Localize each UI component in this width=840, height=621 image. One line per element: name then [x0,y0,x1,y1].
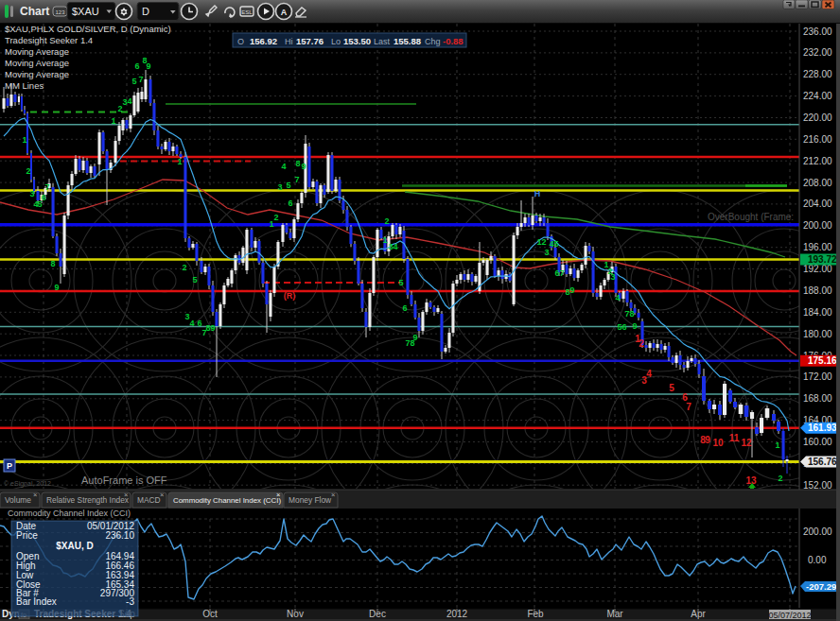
svg-text:7: 7 [294,175,299,184]
svg-text:196.00: 196.00 [803,242,832,252]
svg-text:232.00: 232.00 [803,47,832,58]
svg-text:5: 5 [131,77,136,86]
svg-text:152.00: 152.00 [803,480,832,491]
svg-text:208.00: 208.00 [803,178,832,188]
svg-text:6: 6 [197,319,201,328]
svg-text:0.00: 0.00 [808,555,827,565]
svg-text:Commodity Channel Index (CCI): Commodity Channel Index (CCI) [8,509,131,518]
svg-text:Bar Index: Bar Index [16,596,57,607]
svg-text:8: 8 [629,309,634,319]
svg-text:×: × [331,491,335,499]
svg-text:P: P [7,461,12,471]
svg-text:5: 5 [192,275,197,285]
svg-text:180.00: 180.00 [803,329,832,339]
svg-text:6: 6 [134,61,139,71]
svg-text:Lo: Lo [331,37,341,46]
svg-text:8: 8 [50,259,55,268]
svg-text:5: 5 [669,383,674,393]
svg-text:9: 9 [54,283,59,292]
svg-text:Chart: Chart [20,5,49,18]
svg-text:200.00: 200.00 [803,220,832,231]
svg-text:3: 3 [29,189,34,198]
svg-text:212.00: 212.00 [803,156,832,166]
svg-text:7: 7 [44,182,49,192]
svg-text:1: 1 [382,235,387,245]
svg-text:O: O [237,37,244,46]
svg-text:D: D [142,6,149,17]
svg-text:157.76: 157.76 [296,36,324,46]
svg-text:×: × [160,491,164,499]
svg-text:Last: Last [374,37,391,46]
svg-text:-0.88: -0.88 [443,36,464,46]
svg-text:MACD: MACD [137,495,161,505]
svg-text:9: 9 [632,321,637,331]
svg-text:$XAU,PHLX GOLD/SILVER, D (Dyna: $XAU,PHLX GOLD/SILVER, D (Dynamic) [5,24,171,34]
svg-text:Feb: Feb [527,609,544,619]
svg-text:6: 6 [621,322,626,332]
svg-text:2: 2 [182,263,186,272]
svg-text:×: × [276,491,280,499]
svg-text:9: 9 [146,61,150,71]
svg-text:MM Lines: MM Lines [5,80,44,91]
svg-text:×: × [33,491,37,499]
svg-text:5: 5 [286,181,290,190]
svg-text:Moving Average: Moving Average [5,69,69,79]
svg-text:3: 3 [610,272,615,282]
svg-text:Tradesight Seeker 1.4: Tradesight Seeker 1.4 [5,35,93,45]
svg-text:Price: Price [16,530,38,541]
svg-text:1: 1 [177,157,182,166]
svg-text:-207.29: -207.29 [806,581,836,592]
svg-text:6: 6 [402,303,407,313]
svg-text:05/07/2012: 05/07/2012 [768,611,811,620]
svg-text:AutoFrame is OFF: AutoFrame is OFF [81,474,167,486]
svg-text:9: 9 [210,323,215,333]
svg-text:Money Flow: Money Flow [289,495,332,505]
svg-text:9: 9 [412,333,417,342]
svg-text:216.00: 216.00 [803,134,832,145]
svg-text:204.00: 204.00 [803,198,832,209]
svg-text:4: 4 [646,369,652,379]
svg-text:Chg: Chg [425,37,441,46]
svg-text:5: 5 [398,278,403,287]
svg-text:(R): (R) [284,291,296,301]
svg-text:11: 11 [729,433,740,443]
svg-text:9: 9 [705,435,710,445]
svg-text:7: 7 [559,268,564,278]
svg-text:193.72: 193.72 [808,254,837,265]
svg-text:8: 8 [295,159,300,168]
svg-text:Commodity Channel Index (CCI): Commodity Channel Index (CCI) [173,496,281,505]
svg-text:200.00: 200.00 [803,526,832,537]
svg-text:Volume: Volume [5,495,31,505]
svg-text:228.00: 228.00 [803,69,832,79]
svg-text:188.00: 188.00 [803,285,832,296]
svg-text:6: 6 [288,198,292,208]
svg-text:161.93: 161.93 [808,423,837,433]
svg-text:$XAU, D: $XAU, D [56,541,93,551]
svg-text:ESL: ESL [241,9,253,15]
svg-text:Moving Average: Moving Average [5,46,69,57]
svg-text:2: 2 [541,237,546,247]
svg-text:2: 2 [639,338,644,349]
svg-text:224.00: 224.00 [803,91,832,101]
svg-text:1: 1 [111,116,115,126]
svg-text:156.92: 156.92 [250,36,277,46]
svg-text:2: 2 [273,213,278,222]
svg-text:2: 2 [26,166,30,176]
svg-text:10: 10 [712,438,724,448]
svg-text:H: H [534,189,541,198]
svg-text:175.16: 175.16 [808,355,837,366]
svg-text:Moving Average: Moving Average [5,58,69,68]
svg-text:156.76: 156.76 [808,457,837,467]
svg-text:-3: -3 [126,596,134,607]
svg-text:236.00: 236.00 [803,26,832,37]
svg-text:172.00: 172.00 [803,371,832,382]
svg-text:9: 9 [569,285,574,295]
svg-text:Hi: Hi [285,37,293,46]
svg-text:236.10: 236.10 [105,530,134,541]
svg-text:2: 2 [778,474,782,483]
svg-text:9: 9 [301,162,306,171]
svg-text:OverBought (Frame:: OverBought (Frame: [708,212,794,222]
svg-text:4: 4 [281,162,286,171]
svg-text:3: 3 [277,182,282,192]
svg-text:123: 123 [55,9,65,15]
